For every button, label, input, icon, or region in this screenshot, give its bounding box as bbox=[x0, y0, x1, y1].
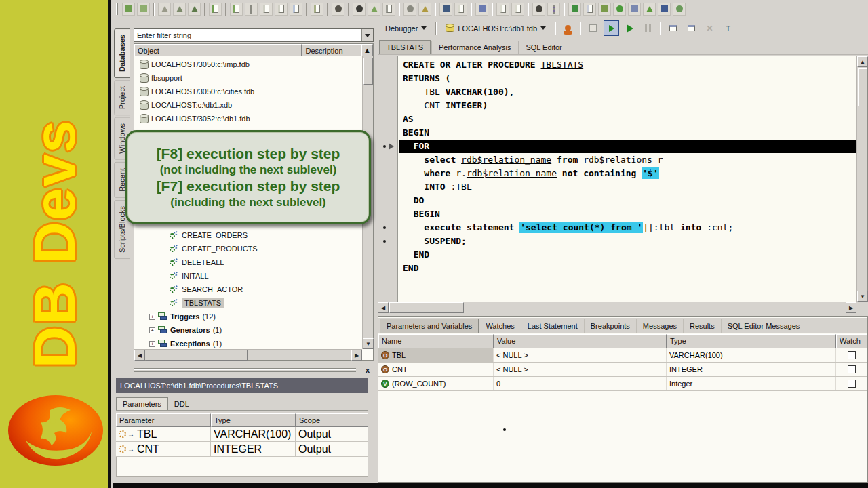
editor-tab[interactable]: Performance Analysis bbox=[431, 41, 517, 54]
tree-vscroll-thumb[interactable] bbox=[363, 58, 373, 85]
run-to-cursor-icon[interactable] bbox=[585, 20, 601, 36]
tree-procedure-item[interactable]: SEARCH_ACTOR bbox=[170, 283, 243, 296]
star-icon[interactable] bbox=[613, 3, 626, 16]
paste-icon[interactable] bbox=[511, 3, 524, 16]
object-panel-tab[interactable]: Parameters bbox=[116, 397, 168, 410]
variable-row[interactable]: V(ROW_COUNT)0Integer bbox=[378, 377, 867, 391]
add-parameter-icon[interactable] bbox=[560, 20, 576, 36]
code-line[interactable]: where r.rdb$relation_name not containing… bbox=[399, 167, 856, 180]
register-database-icon[interactable] bbox=[122, 3, 135, 16]
object-panel-tab[interactable]: DDL bbox=[168, 398, 195, 410]
toolbar-grip[interactable] bbox=[116, 3, 118, 15]
expand-icon[interactable]: + bbox=[149, 341, 155, 347]
code-line[interactable]: BEGIN bbox=[399, 207, 856, 221]
tree-hscrollbar[interactable]: ◀ ▶ bbox=[134, 349, 362, 360]
window-list-icon[interactable] bbox=[290, 3, 302, 16]
metadata-tree-icon[interactable] bbox=[230, 3, 243, 16]
column-type2[interactable]: Type bbox=[667, 334, 836, 348]
variable-row[interactable]: OTBL< NULL >VARCHAR(100) bbox=[378, 348, 867, 363]
new-window-dropdown-icon[interactable] bbox=[684, 20, 699, 36]
filter-dropdown-button[interactable] bbox=[361, 29, 373, 41]
tree-procedure-item[interactable]: TBLSTATS bbox=[170, 296, 224, 310]
save-icon[interactable] bbox=[475, 3, 488, 16]
editor-hscroll-thumb[interactable] bbox=[389, 302, 464, 313]
editor-vscrollbar[interactable]: ▲ ▼ bbox=[856, 56, 867, 302]
editor-scroll-up[interactable]: ▲ bbox=[857, 56, 868, 67]
search-icon[interactable] bbox=[332, 3, 344, 16]
user-manager-icon[interactable] bbox=[403, 3, 416, 16]
debugger-menu-button[interactable]: Debugger bbox=[380, 21, 431, 36]
tree-database-item[interactable]: LOCALHOST/3050:c:\imp.fdb bbox=[140, 58, 250, 71]
code-line[interactable]: TBL VARCHAR(100), bbox=[399, 85, 856, 99]
editor-tab[interactable]: SQL Editor bbox=[518, 41, 568, 54]
variable-row[interactable]: OCNT< NULL >INTEGER bbox=[378, 363, 867, 377]
swirl-icon[interactable] bbox=[673, 3, 686, 16]
watch-checkbox[interactable] bbox=[848, 380, 856, 388]
tree-scroll-up[interactable]: ▲ bbox=[361, 44, 373, 56]
forward-icon[interactable] bbox=[368, 3, 380, 16]
tree-group-item[interactable]: +Triggers (12) bbox=[149, 310, 216, 323]
column-watch[interactable]: Watch bbox=[836, 334, 867, 348]
edit-icon[interactable] bbox=[643, 3, 656, 16]
ux-icon[interactable] bbox=[658, 3, 671, 16]
tree-database-item[interactable]: LOCALHOST/3052:c:\db1.fdb bbox=[140, 112, 250, 125]
editor-vscroll-thumb[interactable] bbox=[858, 68, 867, 106]
filter-input[interactable]: Enter filter string bbox=[134, 29, 361, 41]
layers-icon[interactable] bbox=[628, 3, 641, 16]
dock-tab[interactable]: Results bbox=[683, 319, 721, 333]
tree-group-item[interactable]: +Generators (1) bbox=[149, 323, 222, 337]
tree-group-item[interactable]: +Exceptions (1) bbox=[149, 337, 222, 349]
grant-manager-icon[interactable] bbox=[418, 3, 431, 16]
new-script-icon[interactable] bbox=[260, 3, 273, 16]
binoculars-icon[interactable] bbox=[532, 3, 545, 16]
new-window-icon[interactable] bbox=[665, 20, 681, 36]
expand-icon[interactable]: + bbox=[149, 314, 155, 320]
parameter-row[interactable]: → TBL VARCHAR(100) Output bbox=[116, 427, 368, 442]
current-statement-line[interactable]: FOR bbox=[399, 140, 856, 153]
expand-icon[interactable]: + bbox=[149, 327, 155, 333]
reconnect-icon[interactable] bbox=[188, 3, 201, 16]
column-parameter[interactable]: Parameter bbox=[116, 413, 211, 427]
code-line[interactable]: CNT INTEGER) bbox=[399, 99, 856, 113]
dock-tab[interactable]: Messages bbox=[636, 319, 683, 333]
column-description[interactable]: Description bbox=[302, 44, 361, 56]
dock-tab[interactable]: Watches bbox=[479, 319, 520, 333]
breakpoint-dot-icon[interactable] bbox=[383, 226, 386, 229]
side-tab[interactable]: Databases bbox=[114, 28, 130, 78]
watch-checkbox[interactable] bbox=[848, 351, 856, 359]
script-executive-icon[interactable] bbox=[311, 3, 323, 16]
code-line[interactable]: END bbox=[399, 248, 856, 262]
column-object[interactable]: Object bbox=[134, 44, 302, 56]
unregister-database-icon[interactable] bbox=[137, 3, 150, 16]
editor-scroll-down[interactable]: ▼ bbox=[857, 291, 868, 302]
copy-document-icon[interactable] bbox=[454, 3, 467, 16]
tree-procedure-item[interactable]: INITALL bbox=[170, 269, 209, 283]
breakpoint-dot-icon[interactable] bbox=[383, 145, 386, 148]
close-panel-icon[interactable]: x bbox=[366, 366, 370, 374]
tree-database-item[interactable]: fbsupport bbox=[140, 71, 182, 85]
editor-hscrollbar[interactable]: ◀ ▶ bbox=[378, 302, 868, 314]
side-tab[interactable]: Project bbox=[114, 80, 130, 115]
find-in-metadata-icon[interactable] bbox=[353, 3, 366, 16]
column-value[interactable]: Value bbox=[494, 334, 667, 348]
book-icon[interactable] bbox=[439, 3, 452, 16]
code-line[interactable]: SUSPEND; bbox=[399, 235, 856, 248]
text-cursor-icon[interactable]: ⌶ bbox=[720, 20, 736, 36]
code-area[interactable]: CREATE OR ALTER PROCEDURE TBLSTATSRETURN… bbox=[399, 56, 856, 302]
run-icon[interactable] bbox=[622, 20, 637, 36]
filter-combobox[interactable]: Enter filter string bbox=[134, 28, 374, 42]
code-line[interactable]: select rdb$relation_name from rdb$relati… bbox=[399, 153, 856, 167]
tree-scroll-left[interactable]: ◀ bbox=[134, 350, 145, 361]
code-line[interactable]: END bbox=[399, 262, 856, 275]
sql-code-editor[interactable]: CREATE OR ALTER PROCEDURE TBLSTATSRETURN… bbox=[378, 56, 868, 302]
tree-procedure-item[interactable]: CREATE_ORDERS bbox=[170, 228, 248, 242]
watch-checkbox[interactable] bbox=[848, 365, 856, 373]
editor-tab[interactable]: TBLSTATS bbox=[379, 40, 431, 54]
code-line[interactable]: CREATE OR ALTER PROCEDURE TBLSTATS bbox=[399, 58, 856, 72]
dock-tab[interactable]: Last Statement bbox=[521, 319, 584, 333]
code-line[interactable]: INTO :TBL bbox=[399, 180, 856, 194]
step-over-icon[interactable] bbox=[604, 20, 619, 36]
editor-scroll-right[interactable]: ▶ bbox=[846, 302, 856, 313]
tree-procedure-item[interactable]: CREATE_PRODUCTS bbox=[170, 242, 258, 256]
column-type[interactable]: Type bbox=[211, 413, 296, 427]
